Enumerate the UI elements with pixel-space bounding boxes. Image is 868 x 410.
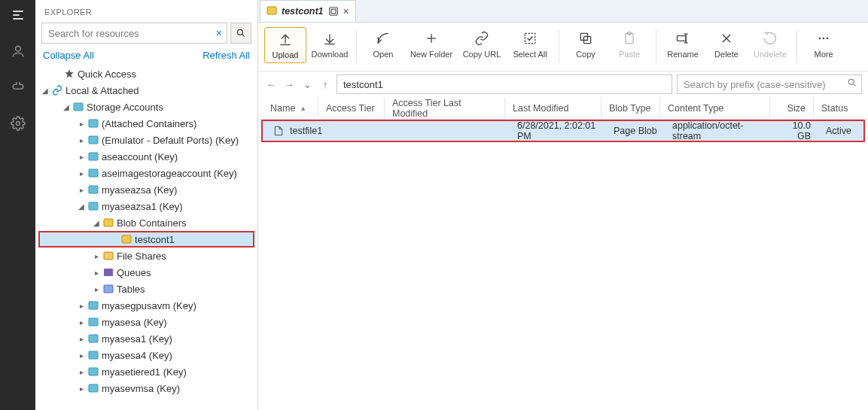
link-icon (474, 30, 490, 47)
delete-button[interactable]: Delete (706, 27, 747, 62)
account-activity-icon[interactable] (9, 42, 27, 60)
more-button[interactable]: More (803, 27, 844, 62)
explorer-activity-icon[interactable] (9, 6, 27, 24)
paste-button: Paste (609, 27, 650, 62)
tab-strip: testcont1 × (258, 0, 868, 23)
nav-forward-icon[interactable]: → (282, 77, 296, 91)
cell-name: testfile1 (290, 126, 322, 136)
tree-account-item[interactable]: ▸myasegpusavm (Key) (35, 297, 257, 314)
close-tab-icon[interactable]: × (343, 5, 349, 17)
preview-tab-icon (328, 6, 339, 17)
tables-node[interactable]: ▸Tables (35, 281, 257, 297)
resource-search-button[interactable] (230, 23, 251, 44)
settings-activity-icon[interactable] (9, 114, 27, 132)
local-attached-node[interactable]: ◢ Local & Attached (35, 82, 257, 99)
open-button[interactable]: Open (363, 27, 404, 62)
tree-account-item[interactable]: ▸myaseazsa (Key) (35, 181, 257, 198)
collapse-all-link[interactable]: Collapse All (43, 50, 94, 61)
svg-rect-22 (89, 302, 98, 309)
tree-account-item[interactable]: ▸myasevmsa (Key) (35, 380, 257, 396)
tree-account-item[interactable]: ▸(Emulator - Default Ports) (Key) (35, 132, 257, 148)
svg-point-50 (827, 38, 829, 40)
resource-search-wrap: × (41, 23, 227, 44)
col-content-type[interactable]: Content Type (660, 97, 770, 119)
blob-container-icon (266, 6, 277, 17)
tab-title: testcont1 (282, 6, 324, 17)
storage-account-icon (87, 135, 100, 144)
svg-point-3 (15, 46, 20, 51)
nav-back-icon[interactable]: ← (264, 77, 278, 91)
search-icon[interactable] (847, 77, 857, 88)
more-icon (815, 30, 832, 47)
activity-bar (0, 0, 35, 410)
copy-button[interactable]: Copy (565, 27, 606, 62)
svg-rect-26 (89, 368, 98, 375)
col-size[interactable]: Size (770, 97, 814, 119)
connect-activity-icon[interactable] (9, 78, 27, 96)
plus-icon (423, 30, 440, 47)
toolbar: Upload Download Open New Folder Copy URL… (258, 23, 868, 71)
grid-header: Name▲ Access Tier Access Tier Last Modif… (258, 97, 868, 120)
svg-point-6 (16, 122, 20, 126)
col-access-tier[interactable]: Access Tier (318, 97, 385, 119)
container-tab[interactable]: testcont1 × (260, 0, 356, 22)
toolbar-separator (356, 30, 357, 63)
path-input[interactable] (337, 74, 672, 94)
tree-account-item[interactable]: ▸myasesa1 (Key) (35, 330, 257, 347)
nav-dropdown-icon[interactable]: ⌄ (300, 77, 314, 91)
download-button[interactable]: Download (309, 27, 350, 62)
explorer-panel: EXPLORER × Collapse All Refresh All Quic… (35, 0, 258, 410)
refresh-all-link[interactable]: Refresh All (203, 50, 250, 61)
svg-rect-13 (89, 153, 98, 160)
search-clear-icon[interactable]: × (216, 27, 222, 39)
cell-size: 10.0 GB (775, 120, 818, 141)
blob-grid: Name▲ Access Tier Access Tier Last Modif… (258, 97, 868, 410)
svg-rect-30 (331, 9, 336, 14)
delete-icon (718, 30, 735, 47)
tree-account-item[interactable]: ▸aseimagestorageaccount (Key) (35, 165, 257, 181)
toolbar-separator (559, 30, 559, 63)
storage-account-icon (87, 334, 100, 343)
storage-accounts-node[interactable]: ◢ Storage Accounts (35, 99, 257, 115)
selected-container-node[interactable]: testcont1 (38, 231, 254, 248)
resource-search-input[interactable] (42, 28, 227, 39)
storage-account-icon (87, 119, 100, 128)
file-shares-icon (102, 251, 115, 260)
svg-rect-27 (89, 384, 98, 392)
svg-rect-14 (89, 169, 98, 177)
new-folder-button[interactable]: New Folder (407, 27, 456, 62)
storage-accounts-icon (72, 102, 85, 111)
grid-row[interactable]: testfile1 6/28/2021, 2:02:01 PM Page Blo… (263, 121, 863, 141)
svg-rect-37 (525, 33, 535, 43)
tree-account-item[interactable]: ▸myasetiered1 (Key) (35, 363, 257, 380)
file-shares-node[interactable]: ▸File Shares (35, 248, 257, 264)
storage-account-icon (87, 351, 100, 360)
select-all-button[interactable]: Select All (507, 27, 553, 62)
undelete-icon (762, 30, 778, 47)
explorer-title: EXPLORER (35, 3, 257, 21)
tree-account-item[interactable]: ▸aseaccount (Key) (35, 148, 257, 165)
tree-account-item[interactable]: ▸myasesa (Key) (35, 314, 257, 330)
storage-account-icon (87, 169, 100, 178)
blob-containers-node[interactable]: ◢Blob Containers (35, 214, 257, 231)
cell-last-modified: 6/28/2021, 2:02:01 PM (510, 120, 606, 141)
col-blob-type[interactable]: Blob Type (602, 97, 660, 119)
nav-up-icon[interactable]: ↑ (318, 77, 332, 91)
rename-button[interactable]: Rename (662, 27, 703, 62)
col-status[interactable]: Status (814, 97, 847, 119)
svg-rect-21 (104, 285, 113, 293)
tree-account-item[interactable]: ▸myasesa4 (Key) (35, 347, 257, 363)
svg-rect-10 (74, 103, 83, 111)
col-last-modified[interactable]: Last Modified (505, 97, 602, 119)
copy-url-button[interactable]: Copy URL (459, 27, 504, 62)
col-access-tier-lm[interactable]: Access Tier Last Modified (385, 97, 505, 119)
col-name[interactable]: Name▲ (258, 97, 318, 119)
quick-access-node[interactable]: Quick Access (35, 65, 257, 82)
svg-point-48 (819, 38, 821, 40)
upload-button[interactable]: Upload (264, 27, 306, 63)
prefix-search-input[interactable] (677, 74, 862, 94)
file-icon (273, 125, 284, 137)
tree-account-item[interactable]: ▸(Attached Containers) (35, 115, 257, 132)
queues-node[interactable]: ▸Queues (35, 264, 257, 281)
tree-account-expanded[interactable]: ◢myaseazsa1 (Key) (35, 198, 257, 214)
